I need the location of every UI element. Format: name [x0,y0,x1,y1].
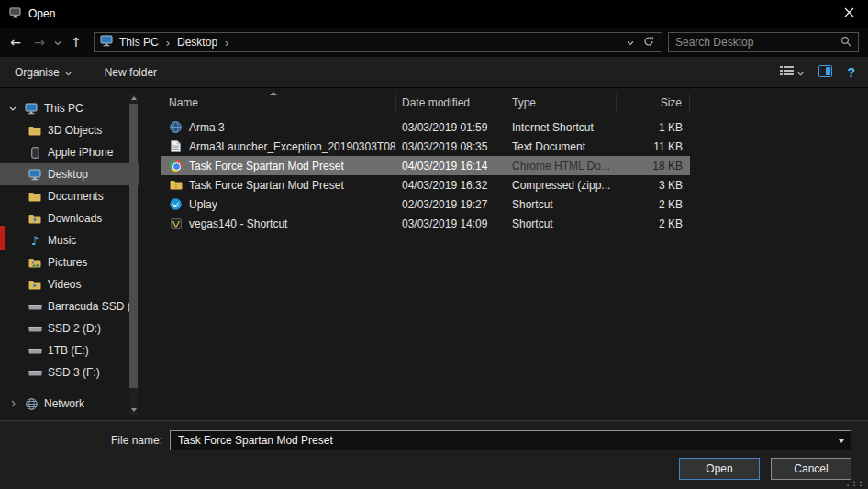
file-name-cell: Arma 3 [161,121,396,134]
forward-button[interactable]: → [28,30,51,54]
breadcrumb-separator-icon[interactable]: › [224,36,229,50]
sidebar-item-ssd-2[interactable]: SSD 2 (D:) [0,317,139,339]
file-size-cell: 1 KB [617,121,690,134]
view-mode-button[interactable] [780,65,804,79]
file-row-uplay[interactable]: Uplay 02/03/2019 19:27 Shortcut 2 KB [161,194,690,214]
file-size-cell: 2 KB [617,198,690,211]
help-button[interactable]: ? [847,65,855,80]
file-size-cell: 3 KB [617,179,690,192]
sidebar-item-3d-objects[interactable]: 3D Objects [0,119,139,141]
resize-grip[interactable]: .:: [845,478,864,488]
file-row-exception-log[interactable]: Arma3Launcher_Exception_20190303T08... 0… [161,137,690,156]
file-row-mod-preset-zip[interactable]: Task Force Spartan Mod Preset 04/03/2019… [161,175,690,194]
search-icon[interactable] [840,36,851,50]
pictures-folder-icon [28,258,42,268]
chevron-expanded-icon[interactable] [7,106,18,112]
combo-dropdown-button[interactable] [832,431,851,450]
action-buttons: Open Cancel [0,458,851,480]
scroll-down-icon[interactable] [129,406,138,415]
address-dropdown-button[interactable] [621,33,640,51]
chevron-down-icon [797,66,804,79]
preview-pane-button[interactable] [818,65,832,80]
titlebar: Open [0,0,868,28]
network-icon [24,398,39,410]
dialog-footer: File name: Open Cancel [0,420,868,489]
phone-icon [28,147,42,159]
breadcrumb[interactable]: This PC › Desktop › [94,32,662,52]
chevron-collapsed-icon[interactable] [7,400,18,407]
file-size-cell: 11 KB [617,140,690,153]
sidebar-item-label: 1TB (E:) [48,344,89,357]
sidebar-scrollbar[interactable] [129,94,138,415]
new-folder-button[interactable]: New folder [105,66,157,79]
location-pc-icon [100,35,113,50]
close-icon [844,7,854,20]
file-type-cell: Shortcut [506,217,617,230]
file-date-cell: 03/03/2019 14:09 [396,217,506,230]
drive-icon [28,302,42,312]
column-header-type[interactable]: Type [506,94,617,112]
column-header-label: Size [661,96,682,109]
sidebar-item-ssd-3[interactable]: SSD 3 (F:) [0,361,139,383]
file-type-cell: Chrome HTML Do... [506,160,617,172]
sidebar-item-music[interactable]: ♪ Music [0,229,139,251]
back-button[interactable]: ← [4,30,28,54]
sidebar-item-barracuda-ssd[interactable]: Barracuda SSD (( [0,295,139,317]
search-input[interactable] [675,36,840,49]
sidebar-item-apple-iphone[interactable]: Apple iPhone [0,141,139,163]
breadcrumb-desktop[interactable]: Desktop [171,36,224,49]
close-button[interactable] [829,0,868,28]
sidebar-item-videos[interactable]: Videos [0,273,139,295]
up-button[interactable]: ↑ [64,30,88,54]
organise-button[interactable]: Organise [15,66,72,79]
file-name-cell: vegas140 - Shortcut [161,217,396,230]
sidebar-item-label: Documents [48,190,104,203]
sidebar-item-label: SSD 3 (F:) [48,366,100,379]
sidebar-item-label: 3D Objects [48,124,102,137]
open-button[interactable]: Open [679,458,760,480]
sidebar-item-desktop[interactable]: Desktop [0,163,139,185]
pc-icon [24,103,39,115]
search-box[interactable] [668,32,859,52]
sidebar-item-this-pc[interactable]: This PC [0,97,139,119]
scroll-up-icon[interactable] [129,94,138,103]
sidebar-item-1tb[interactable]: 1TB (E:) [0,339,139,361]
drive-icon [28,368,42,378]
background-artifact [0,226,5,250]
scrollbar-thumb[interactable] [129,104,138,388]
recent-locations-button[interactable] [51,30,64,54]
sidebar-item-documents[interactable]: Documents [0,185,139,207]
cancel-button[interactable]: Cancel [771,458,851,480]
sidebar-item-label: Network [44,397,84,410]
preview-pane-icon [818,67,832,80]
breadcrumb-this-pc[interactable]: This PC [113,36,165,49]
sidebar-item-network[interactable]: Network [0,393,139,415]
sidebar-item-label: Downloads [48,212,102,225]
file-name-input[interactable] [171,434,832,447]
chevron-down-icon [838,439,845,443]
file-rows: Arma 3 03/03/2019 01:59 Internet Shortcu… [161,117,868,233]
sidebar-item-label: Desktop [48,168,88,181]
chrome-icon [169,160,183,172]
refresh-button[interactable] [640,33,658,51]
file-name-row: File name: [0,430,868,450]
file-row-arma3[interactable]: Arma 3 03/03/2019 01:59 Internet Shortcu… [161,117,690,137]
file-name-combo[interactable] [170,430,851,450]
column-header-size[interactable]: Size [617,94,690,112]
sidebar-item-downloads[interactable]: Downloads [0,207,139,229]
file-name-text: vegas140 - Shortcut [189,217,287,230]
column-header-name[interactable]: Name [161,94,396,112]
file-date-cell: 04/03/2019 16:32 [396,179,506,192]
file-row-mod-preset-html[interactable]: Task Force Spartan Mod Preset 04/03/2019… [161,156,690,175]
sidebar-item-label: Pictures [48,256,87,269]
column-header-date-modified[interactable]: Date modified [396,94,506,112]
open-button-label: Open [706,462,732,475]
file-date-cell: 04/03/2019 16:14 [396,160,506,172]
sidebar-item-label: Videos [48,278,81,291]
sidebar-item-pictures[interactable]: Pictures [0,251,139,273]
command-toolbar: Organise New folder ? [0,57,868,88]
file-type-cell: Compressed (zipp... [506,179,617,192]
file-type-cell: Shortcut [506,198,617,211]
file-date-cell: 02/03/2019 19:27 [396,198,506,211]
file-row-vegas-shortcut[interactable]: vegas140 - Shortcut 03/03/2019 14:09 Sho… [161,214,690,233]
